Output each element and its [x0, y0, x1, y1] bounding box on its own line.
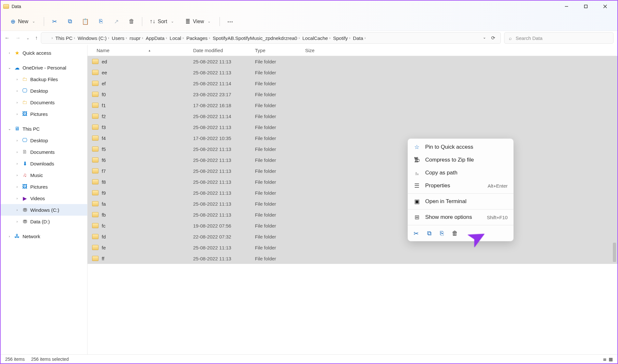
- refresh-button[interactable]: ⟳: [491, 35, 495, 41]
- ctx-properties[interactable]: ☰PropertiesAlt+Enter: [408, 179, 513, 192]
- sidebar-item[interactable]: ›🗀Backup Files: [1, 73, 87, 85]
- table-row[interactable]: f725-08-2022 11:13File folder: [88, 165, 617, 176]
- breadcrumb-segment[interactable]: This PC›: [55, 35, 76, 41]
- copy-button[interactable]: ⧉: [63, 15, 77, 28]
- file-type: File folder: [255, 223, 305, 229]
- breadcrumb-segment[interactable]: rsupr›: [130, 35, 144, 41]
- drive-icon: ⛃: [22, 219, 28, 224]
- breadcrumb-segment[interactable]: Users›: [112, 35, 127, 41]
- table-row[interactable]: f225-08-2022 11:14File folder: [88, 111, 617, 122]
- sidebar-item[interactable]: ›🖼Pictures: [1, 108, 87, 120]
- column-name[interactable]: Name▲: [92, 48, 193, 53]
- ctx-zip[interactable]: 🗜Compress to Zip file: [408, 154, 513, 166]
- sidebar-item[interactable]: ›🖵Desktop: [1, 85, 87, 97]
- sort-label: Sort: [158, 19, 167, 24]
- more-button[interactable]: ⋯: [223, 15, 237, 28]
- details-view-button[interactable]: ≣: [603, 357, 607, 362]
- table-row[interactable]: ee25-08-2022 11:13File folder: [88, 67, 617, 78]
- sidebar-item[interactable]: ›🖼Pictures: [1, 181, 87, 192]
- breadcrumb-segment[interactable]: Packages›: [186, 35, 211, 41]
- address-bar[interactable]: › This PC› Windows (C:)› Users› rsupr› A…: [41, 32, 501, 44]
- cut-button[interactable]: ✂: [47, 15, 61, 28]
- view-label: View: [193, 19, 204, 24]
- close-button[interactable]: [595, 1, 615, 12]
- table-row[interactable]: ef25-08-2022 11:14File folder: [88, 78, 617, 89]
- table-row[interactable]: fb25-08-2022 11:13File folder: [88, 209, 617, 220]
- column-date[interactable]: Date modified: [193, 48, 255, 53]
- ctx-copy-button[interactable]: ⧉: [427, 230, 432, 237]
- table-row[interactable]: f417-08-2022 10:35File folder: [88, 133, 617, 144]
- table-row[interactable]: fa25-08-2022 11:13File folder: [88, 198, 617, 209]
- sidebar-quick-access[interactable]: ›★Quick access: [1, 47, 87, 59]
- ctx-cut-button[interactable]: ✂: [414, 230, 419, 237]
- ctx-pin[interactable]: ☆Pin to Quick access: [408, 141, 513, 154]
- rename-icon: ⎘: [98, 18, 104, 25]
- column-headers[interactable]: Name▲ Date modified Type Size: [88, 45, 617, 56]
- rename-button[interactable]: ⎘: [94, 15, 108, 28]
- breadcrumb-segment[interactable]: Windows (C:)›: [78, 35, 110, 41]
- documents-icon: 🗀: [22, 99, 28, 105]
- column-type[interactable]: Type: [255, 48, 305, 53]
- file-list[interactable]: ed25-08-2022 11:13File folderee25-08-202…: [88, 56, 617, 354]
- sidebar-onedrive[interactable]: ⌄☁OneDrive - Personal: [1, 62, 87, 73]
- ctx-delete-button[interactable]: 🗑: [452, 230, 458, 237]
- table-row[interactable]: ff25-08-2022 11:13File folder: [88, 253, 617, 264]
- share-button[interactable]: ↗: [109, 15, 123, 28]
- maximize-button[interactable]: [576, 1, 595, 12]
- thumbnails-view-button[interactable]: ▦: [609, 357, 613, 362]
- new-button[interactable]: ⊕ New ⌄: [6, 15, 41, 28]
- separator: [220, 17, 220, 26]
- minimize-button[interactable]: [557, 1, 576, 12]
- breadcrumb-segment[interactable]: Data›: [353, 35, 367, 41]
- sidebar-item[interactable]: ›⛃Data (D:): [1, 216, 87, 227]
- sort-button[interactable]: ↑↓ Sort ⌄: [145, 15, 179, 28]
- breadcrumb-segment[interactable]: LocalCache›: [302, 35, 331, 41]
- sidebar-item-windows-c[interactable]: ›⛃Windows (C:): [1, 204, 87, 216]
- search-input[interactable]: ⌕ Search Data: [504, 32, 613, 44]
- sidebar-this-pc[interactable]: ⌄🖥This PC: [1, 123, 87, 135]
- up-button[interactable]: ↑: [35, 35, 38, 41]
- breadcrumb-segment[interactable]: Local›: [170, 35, 184, 41]
- table-row[interactable]: f825-08-2022 11:13File folder: [88, 176, 617, 187]
- recent-button[interactable]: ⌄: [26, 36, 29, 40]
- table-row[interactable]: ed25-08-2022 11:13File folder: [88, 56, 617, 67]
- sidebar-item[interactable]: ›🗎Documents: [1, 146, 87, 158]
- folder-icon: [92, 92, 98, 97]
- table-row[interactable]: fc19-08-2022 07:56File folder: [88, 220, 617, 231]
- ctx-copy-path[interactable]: ⎁Copy as path: [408, 166, 513, 179]
- paste-button[interactable]: 📋: [78, 15, 92, 28]
- ctx-terminal[interactable]: ▣Open in Terminal: [408, 195, 513, 208]
- scrollbar[interactable]: [612, 56, 617, 354]
- folder-icon: [92, 212, 98, 217]
- breadcrumb-segment[interactable]: Spotify›: [333, 35, 351, 41]
- table-row[interactable]: fd22-08-2022 07:32File folder: [88, 231, 617, 242]
- table-row[interactable]: f525-08-2022 11:13File folder: [88, 144, 617, 154]
- file-type: File folder: [255, 81, 305, 86]
- file-date: 22-08-2022 07:32: [193, 234, 255, 239]
- table-row[interactable]: f117-08-2022 16:18File folder: [88, 100, 617, 111]
- forward-button[interactable]: →: [15, 35, 21, 41]
- sidebar-network[interactable]: ›🖧Network: [1, 230, 87, 242]
- view-button[interactable]: ≣ View ⌄: [181, 15, 216, 28]
- file-name: ee: [102, 70, 193, 75]
- sidebar-item[interactable]: ›♫Music: [1, 169, 87, 181]
- back-button[interactable]: ←: [5, 35, 10, 41]
- table-row[interactable]: f325-08-2022 11:13File folder: [88, 122, 617, 133]
- sidebar-item[interactable]: ›▶Videos: [1, 192, 87, 204]
- table-row[interactable]: f925-08-2022 11:13File folder: [88, 187, 617, 198]
- breadcrumb-segment[interactable]: AppData›: [146, 35, 168, 41]
- sidebar-item[interactable]: ›🗀Documents: [1, 97, 87, 108]
- ctx-rename-button[interactable]: ⎘: [440, 230, 444, 237]
- breadcrumb-dropdown[interactable]: ⌄: [483, 35, 486, 41]
- separator: [44, 17, 44, 26]
- delete-button[interactable]: 🗑: [125, 15, 139, 28]
- table-row[interactable]: fe25-08-2022 11:13File folder: [88, 242, 617, 253]
- table-row[interactable]: f023-08-2022 23:17File folder: [88, 89, 617, 100]
- column-size[interactable]: Size: [305, 48, 331, 53]
- breadcrumb-segment[interactable]: SpotifyAB.SpotifyMusic_zpdnekdrzrea0›: [213, 35, 301, 41]
- copy-icon: ⧉: [427, 230, 432, 237]
- table-row[interactable]: f625-08-2022 11:13File folder: [88, 154, 617, 165]
- sidebar-item[interactable]: ›🖵Desktop: [1, 135, 87, 146]
- sidebar-item[interactable]: ›⬇Downloads: [1, 158, 87, 169]
- ctx-show-more[interactable]: ⊞Show more optionsShift+F10: [408, 211, 513, 224]
